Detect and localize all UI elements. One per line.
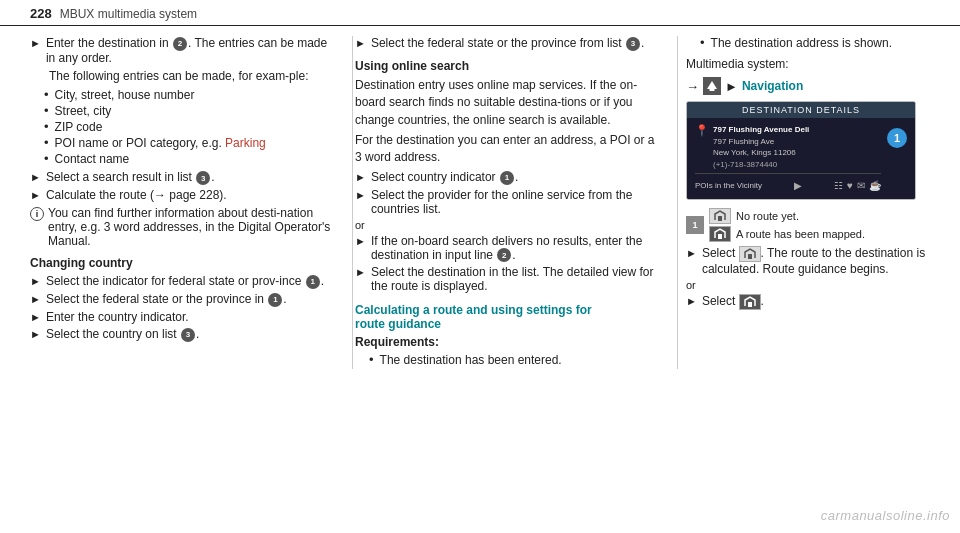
pois-chevron: ▶	[794, 180, 802, 191]
pois-label: POIs in the Vicinity	[695, 181, 762, 190]
ui-divider	[695, 173, 881, 174]
select-destination-list: ► Select the destination in the list. Th…	[355, 265, 657, 293]
poi-icon-1: ☷	[834, 180, 843, 191]
badge-cc2: 1	[268, 293, 282, 307]
page-title: MBUX multimedia system	[60, 7, 197, 21]
svg-rect-5	[748, 302, 752, 307]
changing-country-item2: ► Select the federal state or the provin…	[30, 292, 332, 307]
poi-icon-4: ☕	[869, 180, 881, 191]
page-header: 228 MBUX multimedia system	[0, 0, 960, 26]
svg-rect-1	[710, 86, 715, 91]
ui-circle-1: 1	[887, 128, 907, 148]
pois-row: POIs in the Vicinity ▶ ☷ ♥ ✉ ☕	[695, 178, 881, 193]
no-route-icon	[709, 208, 731, 224]
no-route-text: No route yet.	[736, 210, 799, 222]
arrow-icon: ►	[30, 37, 41, 49]
bullet-city: • City, street, house number	[30, 88, 332, 102]
nav-arrow-icon: →	[686, 79, 699, 94]
pin-icon: 📍	[695, 124, 709, 137]
ui-panel: DESTINATION DETAILS 📍 797 Flushing Avenu…	[686, 101, 916, 200]
svg-rect-3	[718, 234, 722, 239]
requirements-heading: Requirements:	[355, 335, 657, 349]
poi-icon-2: ♥	[847, 180, 853, 191]
legend-item-1: 1 No route yet.	[686, 208, 930, 242]
badge-3a: 3	[196, 171, 210, 185]
legend-rows: No route yet. A route has been mapped.	[709, 208, 865, 242]
route-mapped-icon	[709, 226, 731, 242]
calculate-route-item: ► Calculate the route (→ page 228).	[30, 188, 332, 202]
badge-3b: 3	[626, 37, 640, 51]
nav-arrow-icon-2: ►	[725, 79, 738, 94]
changing-country-heading: Changing country	[30, 256, 332, 270]
watermark: carmanualsoline.info	[821, 508, 950, 523]
select-icon-nav	[739, 246, 761, 262]
select-provider: ► Select the provider for the online ser…	[355, 188, 657, 216]
online-search-text2: For the destination you can enter an add…	[355, 132, 657, 167]
badge-cc3: 3	[181, 328, 195, 342]
left-column: ► Enter the destination in 2. The entrie…	[30, 36, 350, 369]
online-search-heading: Using online search	[355, 59, 657, 73]
ui-panel-header: DESTINATION DETAILS	[687, 102, 915, 118]
dest-shown-item: • The destination address is shown.	[686, 36, 930, 50]
or-text-1: or	[355, 219, 657, 231]
badge-2b: 2	[497, 248, 511, 262]
ui-panel-left: 📍 797 Flushing Avenue Deli 797 Flushing …	[695, 124, 881, 193]
badge-sci: 1	[500, 171, 514, 185]
nav-bar: → ► Navigation	[686, 77, 930, 95]
svg-rect-2	[718, 216, 722, 221]
svg-rect-4	[748, 254, 752, 259]
online-search-text1: Destination entry uses online map servic…	[355, 77, 657, 129]
dest-addr1: 797 Flushing Ave	[713, 136, 809, 147]
legend-row-1: No route yet.	[709, 208, 865, 224]
select-icon-route	[739, 294, 761, 310]
mid-column: ► Select the federal state or the provin…	[355, 36, 675, 369]
col-divider-1	[352, 36, 353, 369]
select-search-result: ► Select a search result in list 3.	[30, 170, 332, 185]
onboard-no-results: ► If the on-board search delivers no res…	[355, 234, 657, 263]
parking-link: Parking	[225, 136, 266, 150]
select-nav-item: ► Select . The route to the destination …	[686, 246, 930, 276]
dest-phone: (+1)-718-3874440	[713, 160, 809, 169]
dest-addr2: New York, Kings 11206	[713, 147, 809, 158]
following-entries-text: The following entries can be made, for e…	[30, 68, 332, 85]
info-circle-icon: i	[30, 207, 44, 221]
dest-shown-text: The destination address is shown.	[711, 36, 892, 50]
home-svg	[706, 80, 718, 92]
dest-line: 📍 797 Flushing Avenue Deli 797 Flushing …	[695, 124, 881, 169]
route-mapped-text: A route has been mapped.	[736, 228, 865, 240]
pois-icons: ☷ ♥ ✉ ☕	[834, 180, 881, 191]
right-column: • The destination address is shown. Mult…	[680, 36, 930, 369]
calculating-route-heading: Calculating a route and using settings f…	[355, 303, 657, 331]
badge-2: 2	[173, 37, 187, 51]
legend-badge-num: 1	[686, 216, 704, 234]
enter-destination-item: ► Enter the destination in 2. The entrie…	[30, 36, 332, 65]
badge-cc1: 1	[306, 275, 320, 289]
select-route-item: ► Select .	[686, 294, 930, 310]
dest-name: 797 Flushing Avenue Deli	[713, 124, 809, 135]
or-text-right: or	[686, 279, 930, 291]
poi-icon-3: ✉	[857, 180, 865, 191]
ui-panel-body: 📍 797 Flushing Avenue Deli 797 Flushing …	[687, 118, 915, 199]
legend: 1 No route yet.	[686, 208, 930, 242]
info-item: i You can find further information about…	[30, 206, 332, 248]
changing-country-item3: ► Enter the country indicator.	[30, 310, 332, 324]
bullet-street: • Street, city	[30, 104, 332, 118]
legend-row-2: A route has been mapped.	[709, 226, 865, 242]
multimedia-label: Multimedia system:	[686, 56, 930, 73]
select-country-indicator: ► Select country indicator 1.	[355, 170, 657, 185]
bullet-poi: • POI name or POI category, e.g. Parking	[30, 136, 332, 150]
enter-destination-text: Enter the destination in 2. The entries …	[46, 36, 332, 65]
bullet-contact: • Contact name	[30, 152, 332, 166]
federal-state-item: ► Select the federal state or the provin…	[355, 36, 657, 51]
page-number: 228	[30, 6, 52, 21]
home-icon	[703, 77, 721, 95]
req-item-1: • The destination has been entered.	[355, 353, 657, 367]
changing-country-item1: ► Select the indicator for federal state…	[30, 274, 332, 289]
nav-link: Navigation	[742, 79, 803, 93]
col-divider-2	[677, 36, 678, 369]
bullet-zip: • ZIP code	[30, 120, 332, 134]
changing-country-item4: ► Select the country on list 3.	[30, 327, 332, 342]
